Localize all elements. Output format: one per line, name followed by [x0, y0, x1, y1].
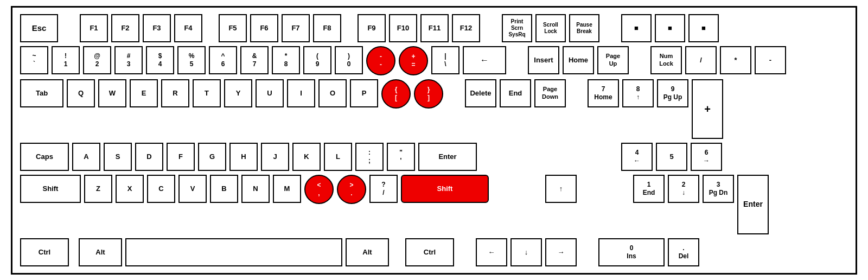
key-num2[interactable]: 2 ↓	[668, 175, 699, 203]
key-x[interactable]: X	[116, 175, 144, 203]
key-h[interactable]: H	[229, 143, 258, 171]
key-insert[interactable]: Insert	[528, 46, 559, 74]
key-printscr[interactable]: PrintScrnSysRq	[502, 14, 532, 42]
key-f[interactable]: F	[167, 143, 195, 171]
key-home[interactable]: Home	[563, 46, 594, 74]
key-q[interactable]: Q	[67, 79, 95, 107]
key-delete[interactable]: Delete	[465, 79, 496, 107]
key-o[interactable]: O	[318, 79, 347, 107]
key-pausebreak[interactable]: PauseBreak	[569, 14, 599, 42]
key-period[interactable]: > .	[337, 175, 366, 204]
key-pageup[interactable]: PageUp	[597, 46, 629, 74]
key-f5[interactable]: F5	[219, 14, 247, 42]
key-numminus[interactable]: -	[755, 46, 786, 74]
key-a[interactable]: A	[72, 143, 100, 171]
key-closebrace[interactable]: } ]	[414, 79, 443, 109]
key-2[interactable]: @ 2	[83, 46, 111, 74]
key-s[interactable]: S	[104, 143, 132, 171]
key-num3[interactable]: 3 Pg Dn	[703, 175, 734, 203]
key-scrolllock[interactable]: ScrollLock	[535, 14, 566, 42]
key-8[interactable]: * 8	[272, 46, 300, 74]
key-comma[interactable]: < ,	[304, 175, 334, 204]
key-caps[interactable]: Caps	[20, 143, 69, 171]
key-num0[interactable]: 0 Ins	[598, 238, 665, 266]
key-pagedown[interactable]: PageDown	[534, 79, 566, 107]
key-numdot[interactable]: . Del	[668, 238, 699, 266]
key-num9[interactable]: 9 Pg Up	[657, 79, 688, 107]
key-uparrow[interactable]: ↑	[545, 175, 577, 203]
key-0[interactable]: ) 0	[335, 46, 363, 74]
key-ctrl-right[interactable]: Ctrl	[405, 238, 454, 266]
key-equals[interactable]: + =	[399, 46, 428, 75]
key-f6[interactable]: F6	[250, 14, 278, 42]
key-num6[interactable]: 6 →	[691, 143, 722, 171]
key-numslash[interactable]: /	[685, 46, 717, 74]
key-i[interactable]: I	[287, 79, 315, 107]
key-backslash[interactable]: | \	[431, 46, 459, 74]
key-numlock[interactable]: NumLock	[650, 46, 682, 74]
key-e[interactable]: E	[130, 79, 158, 107]
key-b[interactable]: B	[210, 175, 238, 203]
key-f3[interactable]: F3	[143, 14, 171, 42]
key-alt-right[interactable]: Alt	[346, 238, 389, 266]
key-w[interactable]: W	[98, 79, 126, 107]
key-f2[interactable]: F2	[111, 14, 139, 42]
key-numstar[interactable]: *	[720, 46, 751, 74]
key-g[interactable]: G	[198, 143, 226, 171]
key-f11[interactable]: F11	[420, 14, 449, 42]
key-4[interactable]: $ 4	[146, 46, 174, 74]
key-ctrl-left[interactable]: Ctrl	[20, 238, 69, 266]
key-t[interactable]: T	[193, 79, 221, 107]
key-downarrow[interactable]: ↓	[510, 238, 542, 266]
key-f7[interactable]: F7	[282, 14, 310, 42]
key-end[interactable]: End	[500, 79, 531, 107]
key-f8[interactable]: F8	[313, 14, 341, 42]
key-v[interactable]: V	[178, 175, 207, 203]
key-f4[interactable]: F4	[174, 14, 202, 42]
key-openbrace[interactable]: { [	[381, 79, 411, 109]
key-p[interactable]: P	[350, 79, 378, 107]
key-6[interactable]: ^ 6	[209, 46, 237, 74]
key-num1[interactable]: 1 End	[633, 175, 665, 203]
key-leftarrow[interactable]: ←	[476, 238, 507, 266]
key-semicolon[interactable]: : ;	[355, 143, 384, 171]
key-alt-left[interactable]: Alt	[79, 238, 122, 266]
key-7[interactable]: & 7	[240, 46, 269, 74]
key-k[interactable]: K	[292, 143, 321, 171]
key-r[interactable]: R	[161, 79, 189, 107]
key-quote[interactable]: " '	[387, 143, 415, 171]
key-l[interactable]: L	[324, 143, 352, 171]
key-numplus[interactable]: +	[692, 79, 723, 139]
key-j[interactable]: J	[261, 143, 289, 171]
key-n[interactable]: N	[241, 175, 270, 203]
key-enter[interactable]: Enter	[418, 143, 477, 171]
key-f12[interactable]: F12	[452, 14, 480, 42]
key-num8[interactable]: 8 ↑	[622, 79, 654, 107]
key-shift-right[interactable]: Shift	[401, 175, 489, 203]
key-numenter[interactable]: Enter	[737, 175, 769, 234]
key-minus[interactable]: - -	[366, 46, 395, 75]
key-esc[interactable]: Esc	[20, 14, 58, 42]
key-5[interactable]: % 5	[177, 46, 206, 74]
key-rightarrow[interactable]: →	[545, 238, 577, 266]
key-slash[interactable]: ? /	[369, 175, 398, 203]
key-d[interactable]: D	[135, 143, 163, 171]
key-u[interactable]: U	[256, 79, 284, 107]
key-c[interactable]: C	[147, 175, 175, 203]
key-f1[interactable]: F1	[80, 14, 108, 42]
key-y[interactable]: Y	[224, 79, 252, 107]
key-shift-left[interactable]: Shift	[20, 175, 81, 203]
key-tilde[interactable]: ~ `	[20, 46, 48, 74]
key-1[interactable]: ! 1	[52, 46, 80, 74]
key-m[interactable]: M	[273, 175, 301, 203]
key-num7[interactable]: 7 Home	[588, 79, 619, 107]
key-tab[interactable]: Tab	[20, 79, 63, 107]
key-f9[interactable]: F9	[358, 14, 386, 42]
key-num5[interactable]: 5	[656, 143, 687, 171]
key-f10[interactable]: F10	[389, 14, 417, 42]
key-space[interactable]	[125, 238, 342, 266]
key-9[interactable]: ( 9	[303, 46, 331, 74]
key-3[interactable]: # 3	[114, 46, 143, 74]
key-backspace[interactable]: ←	[463, 46, 506, 74]
key-num4[interactable]: 4 ←	[621, 143, 653, 171]
